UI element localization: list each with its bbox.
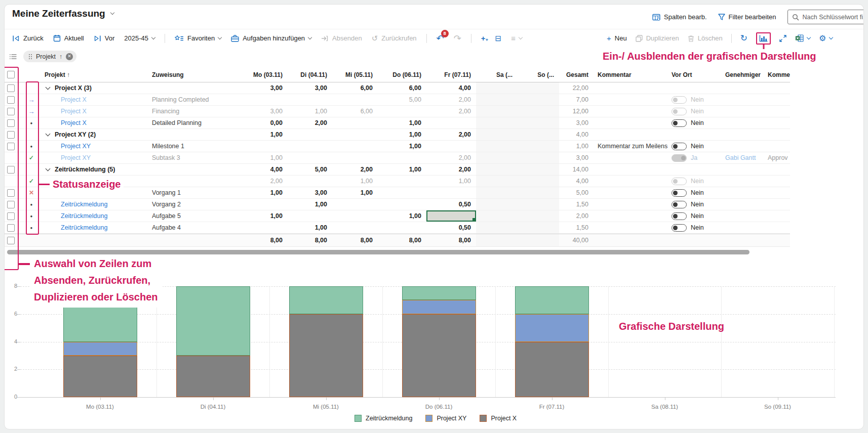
back-button[interactable]: Zurück [12, 34, 44, 42]
day-cell[interactable] [288, 176, 332, 187]
day-header[interactable]: Mi (05.11) [332, 67, 378, 82]
day-cell[interactable] [426, 210, 476, 222]
day-cell[interactable] [378, 222, 426, 233]
day-cell[interactable]: 1,00 [332, 187, 378, 198]
day-cell[interactable]: 2,00 [332, 164, 378, 175]
assignment-header[interactable]: Zuweisung [152, 67, 243, 82]
favorites-button[interactable]: Favoriten [175, 34, 221, 42]
comment-cell[interactable] [594, 199, 667, 210]
add-tasks-button[interactable]: Aufgaben hinzufügen [231, 34, 311, 42]
comment-cell[interactable] [594, 117, 667, 128]
edit-columns-button[interactable]: Spalten bearb. [652, 13, 707, 21]
day-cell[interactable]: 3,00 [243, 106, 288, 117]
day-cell[interactable]: 1,00 [243, 210, 288, 222]
day-cell[interactable] [288, 94, 332, 105]
day-cell[interactable]: 6,00 [378, 82, 426, 94]
add-row-button[interactable]: ++ [481, 34, 486, 42]
search-input[interactable]: Nach Schlüsselwort fi... [787, 10, 864, 24]
row-options-button[interactable]: ≡ [511, 34, 522, 42]
close-icon[interactable]: ✕ [66, 53, 73, 60]
comment-cell[interactable] [594, 222, 667, 233]
day-cell[interactable]: 1,00 [378, 164, 426, 175]
onsite-toggle[interactable] [672, 212, 687, 220]
comment-cell[interactable] [594, 176, 667, 187]
day-cell[interactable]: 0,50 [426, 199, 476, 210]
saturday-header[interactable]: Sa (... [476, 67, 518, 82]
toggle-chart-button[interactable] [756, 32, 771, 45]
day-header[interactable]: Di (04.11) [288, 67, 332, 82]
day-cell[interactable]: 2,00 [288, 117, 332, 128]
day-cell[interactable] [332, 141, 378, 152]
day-cell[interactable] [243, 94, 288, 105]
project-link[interactable]: Project X [61, 108, 87, 115]
day-cell[interactable] [378, 187, 426, 198]
comment-cell[interactable]: Kommentar zum Meilenstein [594, 141, 667, 152]
day-cell[interactable] [243, 199, 288, 210]
day-header[interactable]: Do (06.11) [378, 67, 426, 82]
day-cell[interactable]: 2,00 [426, 129, 476, 140]
day-cell[interactable] [426, 117, 476, 128]
refresh-icon[interactable]: ↻ [740, 34, 747, 42]
day-cell[interactable]: 0,00 [243, 117, 288, 128]
onsite-toggle[interactable] [672, 96, 687, 104]
day-cell[interactable] [426, 187, 476, 198]
new-button[interactable]: + Neu [607, 34, 627, 42]
day-cell[interactable]: 1,00 [378, 141, 426, 152]
day-cell[interactable]: 4,00 [426, 82, 476, 94]
day-cell[interactable]: 1,00 [378, 210, 426, 222]
comment-cell[interactable] [594, 106, 667, 117]
total-header[interactable]: Gesamt [559, 67, 594, 82]
day-cell[interactable] [288, 152, 332, 163]
horizontal-scrollbar[interactable] [7, 250, 749, 254]
project-link[interactable]: Zeitrückmeldung [61, 201, 107, 208]
day-cell[interactable]: 3,00 [288, 82, 332, 94]
day-cell[interactable] [378, 106, 426, 117]
day-cell[interactable]: 0,50 [426, 222, 476, 233]
day-cell[interactable]: 3,00 [243, 82, 288, 94]
day-cell[interactable]: 5,00 [288, 164, 332, 175]
edit-filter-button[interactable]: Filter bearbeiten [718, 13, 776, 21]
day-cell[interactable]: 1,00 [332, 176, 378, 187]
onsite-toggle[interactable] [672, 143, 687, 150]
day-cell[interactable]: 5,00 [378, 94, 426, 105]
group-by-chip[interactable]: Projekt ↑ ✕ [23, 51, 76, 62]
project-link[interactable]: Zeitrückmeldung [61, 212, 107, 220]
chevron-down-icon[interactable] [46, 132, 51, 137]
onsite-toggle[interactable] [672, 178, 687, 185]
day-cell[interactable] [332, 222, 378, 233]
comment-header[interactable]: Kommentar [594, 67, 667, 82]
day-cell[interactable] [332, 210, 378, 222]
approver-header[interactable]: Genehmiger [721, 67, 766, 82]
day-cell[interactable] [243, 141, 288, 152]
outline-view-icon[interactable] [9, 54, 17, 60]
undo-button[interactable]: ↶8 [437, 34, 444, 43]
day-cell[interactable]: 2,00 [426, 106, 476, 117]
collapse-rows-icon[interactable]: ⊟ [495, 34, 502, 42]
duplicate-button[interactable]: Duplizieren [636, 34, 679, 42]
sunday-header[interactable]: So (... [518, 67, 559, 82]
day-header[interactable]: Fr (07.11) [426, 67, 476, 82]
chevron-down-icon[interactable] [46, 85, 51, 90]
selected-cell[interactable] [426, 210, 476, 222]
excel-export-button[interactable] [795, 34, 810, 42]
day-cell[interactable] [332, 117, 378, 128]
day-cell[interactable]: 2,00 [426, 152, 476, 163]
day-cell[interactable]: 6,00 [332, 106, 378, 117]
chevron-down-icon[interactable] [46, 166, 51, 171]
day-cell[interactable]: 1,00 [288, 199, 332, 210]
comment-cell[interactable] [594, 164, 667, 175]
redo-button[interactable]: ↷ [454, 34, 461, 43]
day-cell[interactable] [378, 176, 426, 187]
day-cell[interactable] [332, 129, 378, 140]
day-cell[interactable]: 2,00 [426, 94, 476, 105]
day-cell[interactable] [332, 199, 378, 210]
day-cell[interactable] [243, 222, 288, 233]
project-link[interactable]: Project XY [61, 154, 91, 161]
recall-button[interactable]: ↺ Zurückrufen [372, 34, 417, 42]
day-cell[interactable] [288, 141, 332, 152]
day-cell[interactable]: 4,00 [243, 164, 288, 175]
expand-icon[interactable] [779, 35, 786, 42]
onsite-toggle[interactable] [672, 108, 687, 115]
approver-link[interactable]: Gabi Gantt [725, 154, 756, 161]
day-header[interactable]: Mo (03.11) [243, 67, 288, 82]
